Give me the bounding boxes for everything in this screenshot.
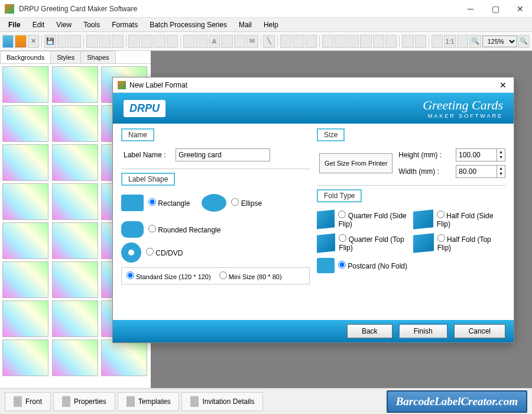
bottom-tab-invitation[interactable]: Invitation Details: [181, 392, 263, 411]
height-input[interactable]: [456, 148, 497, 161]
menu-batch[interactable]: Batch Processing Series: [144, 18, 233, 31]
bottom-tab-front[interactable]: Front: [5, 392, 51, 411]
tb-layer3-icon[interactable]: [306, 35, 317, 48]
bottom-tab-properties[interactable]: Properties: [53, 392, 115, 411]
tb-font-icon[interactable]: A: [209, 35, 220, 48]
bg-thumb[interactable]: [52, 66, 98, 103]
height-down-icon[interactable]: ▼: [497, 154, 505, 160]
tb-zoomin-icon[interactable]: 🔍: [469, 35, 481, 48]
tb-line-icon[interactable]: ╲: [263, 35, 274, 48]
tb-open-icon[interactable]: [15, 35, 26, 48]
tb-align1-icon[interactable]: [322, 35, 333, 48]
menu-file[interactable]: File: [2, 18, 27, 31]
bg-thumb[interactable]: [52, 183, 98, 220]
menu-tools[interactable]: Tools: [77, 18, 106, 31]
dialog-close-icon[interactable]: ✕: [497, 80, 509, 90]
menu-edit[interactable]: Edit: [27, 18, 51, 31]
tb-new-icon[interactable]: [2, 35, 14, 48]
maximize-button[interactable]: ▢: [488, 2, 502, 16]
tb-copy-icon[interactable]: [86, 35, 98, 48]
radio-quarter-top[interactable]: Quarter Fold (Top Flip): [339, 234, 409, 252]
close-button[interactable]: ✕: [513, 2, 527, 16]
width-up-icon[interactable]: ▲: [497, 166, 505, 171]
menu-help[interactable]: Help: [258, 18, 284, 31]
bg-thumb[interactable]: [52, 261, 98, 298]
width-input[interactable]: [456, 165, 497, 178]
radio-rounded[interactable]: Rounded Rectangle: [148, 225, 220, 234]
tab-backgrounds[interactable]: Backgrounds: [0, 51, 51, 63]
cd-icon: [121, 242, 141, 263]
zoom-select[interactable]: 125%: [482, 35, 517, 47]
width-down-icon[interactable]: ▼: [497, 171, 505, 176]
bg-thumb[interactable]: [52, 144, 98, 181]
menu-view[interactable]: View: [50, 18, 77, 31]
tab-shapes[interactable]: Shapes: [80, 51, 115, 63]
dialog-title: New Label Format: [129, 81, 497, 89]
radio-standard-size[interactable]: Standard Size (120 * 120): [126, 271, 211, 280]
bg-thumb[interactable]: [52, 339, 98, 376]
menu-mail[interactable]: Mail: [233, 18, 258, 31]
finish-button[interactable]: Finish: [398, 324, 448, 339]
tb-zoomout-icon[interactable]: 🔍: [518, 35, 530, 48]
tb-pencil-icon[interactable]: [154, 35, 165, 48]
tb-image-icon[interactable]: [167, 35, 178, 48]
tb-export-icon[interactable]: [57, 35, 69, 48]
quarter-side-icon: [317, 209, 335, 229]
radio-mini-size[interactable]: Mini Size (80 * 80): [219, 271, 282, 280]
bg-thumb[interactable]: [2, 66, 48, 103]
tb-layer2-icon[interactable]: [293, 35, 304, 48]
tb-close-icon[interactable]: ✕: [28, 35, 39, 48]
tb-text-icon[interactable]: [183, 35, 194, 48]
bg-thumb[interactable]: [52, 300, 98, 337]
menu-formats[interactable]: Formats: [106, 18, 144, 31]
radio-half-top[interactable]: Half Fold (Top Flip): [437, 234, 505, 252]
radio-rectangle[interactable]: Rectangle: [148, 198, 190, 208]
tb-redo-icon[interactable]: [141, 35, 153, 48]
height-up-icon[interactable]: ▲: [497, 149, 505, 154]
tb-align3-icon[interactable]: [348, 35, 359, 48]
tb-group1-icon[interactable]: [402, 35, 413, 48]
tb-paste-icon[interactable]: [112, 35, 123, 48]
radio-quarter-side[interactable]: Quarter Fold (Side Flip): [338, 211, 409, 228]
tb-align4-icon[interactable]: [360, 35, 371, 48]
tab-styles[interactable]: Styles: [50, 51, 81, 63]
tb-11-icon[interactable]: 1:1: [444, 35, 455, 48]
radio-postcard[interactable]: Postcard (No Fold): [338, 261, 407, 270]
radio-half-side[interactable]: Half Fold (Side Flip): [437, 211, 505, 228]
tb-align5-icon[interactable]: [373, 35, 384, 48]
label-name-input[interactable]: [176, 148, 270, 161]
tb-grid-icon[interactable]: [432, 35, 443, 48]
radio-ellipse[interactable]: Ellipse: [231, 198, 262, 208]
tb-barcode-icon[interactable]: [196, 35, 207, 48]
rectangle-icon: [121, 195, 144, 211]
bg-thumb[interactable]: [2, 183, 48, 220]
bottom-tab-templates[interactable]: Templates: [118, 392, 180, 411]
tb-layer1-icon[interactable]: [280, 35, 291, 48]
bg-thumb[interactable]: [2, 144, 48, 181]
tb-align2-icon[interactable]: [335, 35, 346, 48]
bg-thumb[interactable]: [2, 222, 48, 259]
tb-save-icon[interactable]: 💾: [44, 35, 56, 48]
tb-undo-icon[interactable]: [128, 35, 140, 48]
bg-thumb[interactable]: [2, 261, 48, 298]
minimize-button[interactable]: ─: [463, 2, 478, 16]
cancel-button[interactable]: Cancel: [454, 324, 505, 338]
tb-pic-icon[interactable]: [221, 35, 232, 48]
back-button[interactable]: Back: [347, 324, 392, 338]
bg-thumb[interactable]: [2, 105, 48, 142]
bg-thumb[interactable]: [2, 339, 48, 376]
page-icon: [62, 396, 70, 407]
tb-fit-icon[interactable]: [457, 35, 468, 48]
tb-shape-icon[interactable]: [234, 35, 245, 48]
tb-mail-icon[interactable]: ✉: [246, 35, 258, 48]
bg-thumb[interactable]: [2, 300, 48, 337]
get-size-printer-button[interactable]: Get Size From Printer: [319, 153, 392, 173]
tb-import-icon[interactable]: [70, 35, 81, 48]
tb-align6-icon[interactable]: [385, 35, 397, 48]
bg-thumb[interactable]: [52, 105, 98, 142]
tb-print-icon[interactable]: [99, 35, 111, 48]
tb-group2-icon[interactable]: [415, 35, 426, 48]
radio-cd[interactable]: CD/DVD: [146, 248, 183, 257]
bg-thumb[interactable]: [52, 222, 98, 259]
bg-thumb[interactable]: [101, 339, 147, 376]
